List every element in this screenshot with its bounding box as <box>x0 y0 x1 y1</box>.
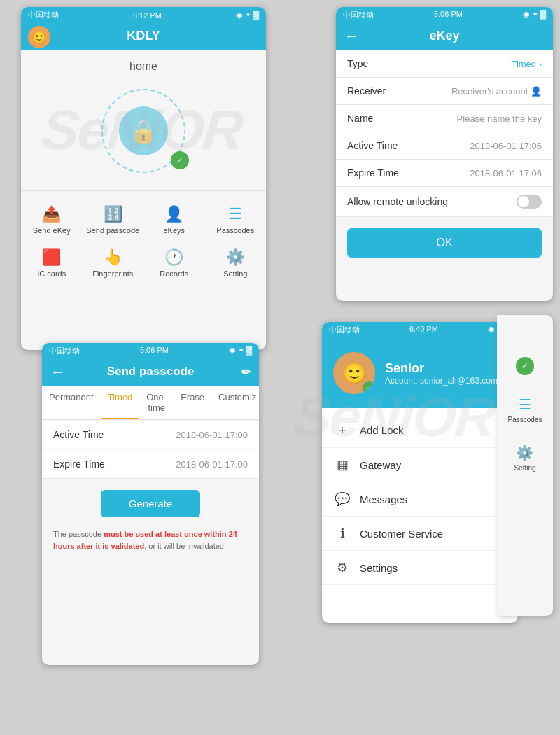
small-setting-label: Setting <box>514 464 536 472</box>
gateway-icon: ▦ <box>335 457 350 472</box>
menu-item-add-lock[interactable]: ＋ Add Lock <box>322 412 518 448</box>
messages-icon: 💬 <box>335 491 350 507</box>
menu-item-send-passcode[interactable]: 🔢 Send passcode <box>83 198 144 241</box>
tab-timed[interactable]: Timed <box>101 386 140 419</box>
edit-icon[interactable]: ✏ <box>241 365 251 379</box>
back-arrow-icon[interactable]: ← <box>344 28 358 44</box>
screen-home: 中国移动 6:12 PM ◉ ✦ ▓ 🙂 KDLY home 🔒 ✓ 📤 Sen… <box>21 7 266 350</box>
messages-label: Messages <box>360 493 407 505</box>
verified-icon: ✓ <box>363 382 375 394</box>
warning-text: The passcode must be used at least once … <box>42 528 259 552</box>
screen-ekey: 中国移动 5:06 PM ◉ ✦ ▓ ← eKey Type Timed › R… <box>336 7 553 301</box>
profile-header: 🙂 ✓ Senior Account: senior_ah@163.com <box>322 338 518 408</box>
menu-item-send-ekey[interactable]: 📤 Send eKey <box>21 198 83 241</box>
menu-item-messages[interactable]: 💬 Messages <box>322 482 518 517</box>
remote-unlock-row: Allow remote unlocking <box>336 187 553 217</box>
name-input[interactable]: Please name the key <box>457 113 542 124</box>
back-arrow-icon-3[interactable]: ← <box>50 364 64 380</box>
type-row[interactable]: Type Timed › <box>336 50 553 78</box>
menu-item-customer-service[interactable]: ℹ Customer Service <box>322 517 518 551</box>
passcode-header: ← Send passcode ✏ <box>42 359 259 386</box>
receiver-label: Receiver <box>347 85 386 97</box>
menu-item-records[interactable]: 🕐 Records <box>144 241 205 285</box>
expire-time-row: Expire Time 2018-06-01 17:06 <box>336 160 553 187</box>
home-label: home <box>21 50 266 78</box>
partial-menu: ✓ ☰ Passcodes ⚙️ Setting <box>497 315 553 472</box>
passcode-tabs: Permanent Timed One-time Erase Customiz… <box>42 386 259 420</box>
status-bar-2: 中国移动 5:06 PM ◉ ✦ ▓ <box>336 7 553 23</box>
passcode-active-time-label: Active Time <box>53 429 104 440</box>
app-title: KDLY <box>127 29 160 43</box>
small-passcodes-icon: ☰ <box>519 396 531 413</box>
tab-permanent[interactable]: Permanent <box>42 386 101 419</box>
send-ekey-icon: 📤 <box>42 205 61 223</box>
fingerprints-icon: 👆 <box>104 248 122 267</box>
ekey-title: eKey <box>429 29 459 43</box>
passcodes-label: Passcodes <box>216 226 254 234</box>
settings-label: Settings <box>360 562 398 574</box>
small-passcodes[interactable]: ☰ Passcodes <box>508 396 542 424</box>
profile-name: Senior <box>385 361 498 376</box>
passcode-expire-time-row: Expire Time 2018-06-01 17:00 <box>42 450 259 479</box>
menu-item-gateway[interactable]: ▦ Gateway <box>322 448 518 482</box>
customer-service-icon: ℹ <box>335 526 350 541</box>
ic-cards-label: IC cards <box>37 270 66 278</box>
menu-item-fingerprints[interactable]: 👆 Fingerprints <box>83 241 144 285</box>
send-passcode-label: Send passcode <box>86 226 139 234</box>
active-time-value[interactable]: 2018-06-01 17:06 <box>470 141 542 151</box>
passcode-active-time-row: Active Time 2018-06-01 17:00 <box>42 421 259 449</box>
ekey-header: ← eKey <box>336 23 553 50</box>
generate-button[interactable]: Generate <box>101 490 201 517</box>
time-2: 5:06 PM <box>434 10 463 20</box>
icons-1: ◉ ✦ ▓ <box>236 10 259 20</box>
active-time-row: Active Time 2018-06-01 17:06 <box>336 132 553 160</box>
receiver-input[interactable]: Receiver's account 👤 <box>451 86 542 97</box>
profile-account: Account: senior_ah@163.com <box>385 376 498 386</box>
tab-customize[interactable]: Customiz… <box>211 386 259 419</box>
menu-item-ekeys[interactable]: 👤 eKeys <box>144 198 205 241</box>
status-bar-1: 中国移动 6:12 PM ◉ ✦ ▓ <box>21 7 266 23</box>
settings-icon: ⚙ <box>335 560 350 575</box>
ekeys-label: eKeys <box>163 226 185 234</box>
ic-cards-icon: 🟥 <box>42 248 61 267</box>
screen-send-passcode: 中国移动 5:06 PM ◉ ✦ ▓ ← Send passcode ✏ Per… <box>42 343 259 665</box>
gateway-label: Gateway <box>360 459 401 471</box>
ok-button[interactable]: OK <box>347 228 542 258</box>
menu-item-settings[interactable]: ⚙ Settings <box>322 551 518 585</box>
tab-erase[interactable]: Erase <box>174 386 211 419</box>
carrier-2: 中国移动 <box>343 10 374 20</box>
avatar[interactable]: 🙂 <box>28 26 50 48</box>
icons-2: ◉ ✦ ▓ <box>523 10 546 20</box>
passcode-expire-time-label: Expire Time <box>53 458 105 470</box>
screen-profile: 中国移动 6:40 PM ◉ ✦ ▓ 🙂 ✓ Senior Account: s… <box>322 322 518 623</box>
fingerprints-label: Fingerprints <box>92 270 133 278</box>
customer-service-label: Customer Service <box>360 528 443 540</box>
remote-unlock-label: Allow remote unlocking <box>347 196 448 207</box>
menu-item-setting[interactable]: ⚙️ Setting <box>205 241 267 285</box>
type-value: Timed › <box>511 59 542 69</box>
small-setting[interactable]: ⚙️ Setting <box>514 444 536 472</box>
expire-time-value[interactable]: 2018-06-01 17:06 <box>470 168 542 178</box>
active-time-label: Active Time <box>347 140 398 151</box>
receiver-row[interactable]: Receiver Receiver's account 👤 <box>336 78 553 105</box>
records-icon: 🕐 <box>164 248 183 267</box>
type-label: Type <box>347 58 368 69</box>
menu-item-passcodes[interactable]: ☰ Passcodes <box>205 198 267 241</box>
profile-avatar[interactable]: 🙂 ✓ <box>333 352 375 394</box>
lock-icon[interactable]: 🔒 <box>119 106 168 155</box>
records-label: Records <box>160 270 188 278</box>
passcode-expire-time-value[interactable]: 2018-06-01 17:00 <box>176 459 248 470</box>
lock-area: 🔒 ✓ <box>21 78 266 183</box>
menu-item-ic-cards[interactable]: 🟥 IC cards <box>21 241 83 285</box>
small-setting-icon: ⚙️ <box>516 444 533 461</box>
tab-one-time[interactable]: One-time <box>139 386 174 419</box>
time-3: 5:06 PM <box>140 346 169 356</box>
remote-unlock-toggle[interactable] <box>517 195 542 209</box>
time-1: 6:12 PM <box>133 11 162 20</box>
status-dot-5: ✓ <box>516 357 534 375</box>
name-row[interactable]: Name Please name the key <box>336 105 553 132</box>
passcodes-icon: ☰ <box>228 205 242 223</box>
passcode-active-time-value[interactable]: 2018-06-01 17:00 <box>176 430 248 440</box>
ekeys-icon: 👤 <box>164 205 183 223</box>
small-passcodes-label: Passcodes <box>508 416 542 424</box>
